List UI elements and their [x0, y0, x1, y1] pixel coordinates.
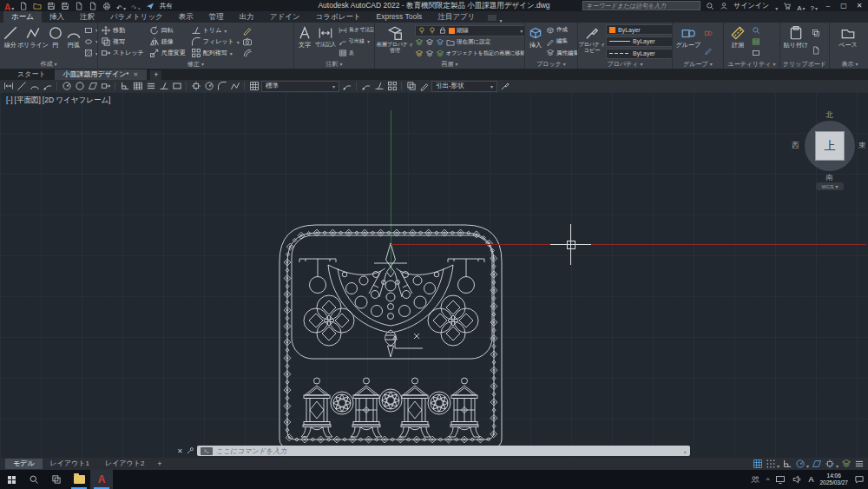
command-customize-wrench-icon[interactable] — [186, 446, 194, 455]
rotate-button[interactable]: 回転 — [149, 25, 186, 36]
viewcube-east-label[interactable]: 東 — [858, 141, 866, 151]
dim-ordinate-icon[interactable] — [42, 81, 53, 91]
signin-label[interactable]: サインイン — [733, 1, 769, 10]
snap-mode-toggle[interactable] — [766, 459, 779, 469]
block-create-button[interactable]: 作成 — [546, 25, 577, 36]
command-close-icon[interactable]: ✕ — [177, 447, 183, 455]
network-icon[interactable] — [775, 474, 786, 485]
search-icon[interactable] — [706, 2, 714, 10]
autocad-taskbar-button[interactable]: A — [90, 470, 113, 489]
match-properties-button[interactable]: プロパティコピー — [581, 24, 603, 59]
share-label[interactable]: 共有 — [160, 2, 173, 10]
block-edit-button[interactable]: 編集 — [546, 36, 577, 47]
command-input[interactable]: ここにコマンドを入力 ▴ — [197, 446, 690, 456]
ribbon-tab-output[interactable]: 出力 — [232, 11, 262, 23]
visual-style-button[interactable]: [2D ワイヤフレーム] — [43, 96, 111, 106]
panel-title-properties[interactable]: プロパティ — [578, 59, 672, 69]
fillet-button[interactable]: フィレット — [191, 36, 240, 47]
dim-angular-icon[interactable] — [87, 81, 98, 91]
layer-dropdown[interactable]: 細線 — [415, 25, 524, 36]
ungroup-button[interactable] — [704, 28, 713, 38]
set-current-layer-button[interactable]: 現在層に設定 — [415, 37, 524, 48]
move-to-layer-button[interactable]: オブジェクトを指定の画層に移動 — [415, 49, 524, 59]
cut-clip-button[interactable] — [812, 45, 820, 56]
redo-button[interactable]: ↷ — [131, 0, 141, 14]
ribbon-tab-collaborate[interactable]: コラボレート — [308, 11, 369, 23]
model-space-canvas[interactable]: [-] [平面図] [2D ワイヤフレーム] — [0, 92, 868, 458]
save-icon[interactable] — [47, 2, 56, 10]
trim-button[interactable]: トリム — [191, 25, 240, 36]
show-hidden-icons-button[interactable]: ^ — [766, 476, 770, 484]
panel-title-layers[interactable]: 画層 — [375, 59, 524, 69]
taskbar-search-button[interactable] — [23, 470, 45, 489]
ribbon-tab-addins[interactable]: アドイン — [262, 11, 308, 23]
dim-space-icon[interactable] — [145, 81, 156, 91]
panel-title-view[interactable]: 表示 — [830, 59, 868, 69]
taskbar-clock[interactable]: 14:06 2025/03/27 — [819, 472, 848, 487]
hanging-ornament-left[interactable] — [299, 259, 336, 294]
circle-button[interactable]: 円 — [48, 24, 63, 59]
dim-continue-icon[interactable] — [132, 81, 143, 91]
workspace-switching-button[interactable] — [841, 459, 852, 469]
linear-dim-button[interactable]: 長さ寸法記入 — [339, 25, 374, 36]
polyline-button[interactable]: ポリライン — [21, 24, 45, 59]
command-prompt-icon[interactable] — [201, 447, 213, 455]
file-tab-drawing[interactable]: 小皿課題用デザイン*✕ — [55, 69, 148, 80]
new-drawing-icon[interactable] — [19, 2, 28, 10]
dim-jog-icon[interactable] — [203, 81, 214, 91]
table-button[interactable]: 表 — [339, 48, 374, 58]
ribbon-display-toggle[interactable] — [488, 13, 502, 23]
dim-baseline-icon[interactable] — [119, 81, 130, 91]
dim-style-dropdown[interactable]: 標準 — [261, 81, 339, 92]
text-button[interactable]: 文字 — [297, 24, 312, 59]
viewport-controls[interactable]: [-] [平面図] [2D ワイヤフレーム] — [6, 96, 110, 106]
minimize-button[interactable]: – — [823, 2, 833, 10]
dim-edit-icon[interactable] — [216, 81, 227, 91]
quick-select-button[interactable] — [752, 25, 760, 36]
group-edit-button[interactable] — [704, 45, 713, 56]
inner-stadium-outline[interactable] — [292, 235, 492, 359]
ortho-mode-toggle[interactable] — [782, 459, 792, 469]
signin-caret-icon[interactable] — [774, 0, 778, 14]
center-mark-icon[interactable] — [190, 81, 201, 91]
new-layout-button[interactable]: + — [152, 459, 167, 468]
offset-button[interactable] — [242, 48, 253, 58]
volume-icon[interactable] — [792, 474, 802, 485]
paste-button[interactable]: 貼り付け — [783, 24, 809, 59]
ribbon-tab-view[interactable]: 表示 — [171, 11, 201, 23]
dim-arc-length-icon[interactable] — [29, 81, 40, 91]
tolerance-icon[interactable] — [171, 81, 182, 91]
viewcube-top-face[interactable]: 上 — [815, 131, 845, 161]
attr-edit-button[interactable]: 属性編集 — [546, 48, 577, 58]
dim-radius-icon[interactable] — [61, 81, 72, 91]
layout2-tab[interactable]: レイアウト2 — [97, 459, 152, 469]
dim-diameter-icon[interactable] — [74, 81, 85, 91]
plate-design-drawing[interactable] — [277, 219, 504, 450]
help-button[interactable]: ? — [811, 0, 818, 14]
lantern-1[interactable] — [301, 378, 332, 437]
clover-motif-right[interactable] — [428, 295, 478, 346]
dim-linear-icon[interactable] — [3, 81, 14, 91]
undo-button[interactable]: ↶ — [116, 0, 126, 14]
mleader-style-icon[interactable] — [418, 81, 430, 91]
quick-calc-button[interactable] — [752, 36, 760, 47]
mleader-add-icon[interactable] — [360, 81, 372, 91]
autocad-logo[interactable]: A — [4, 0, 14, 14]
object-snap-toggle[interactable] — [825, 459, 838, 469]
panel-title-create[interactable]: 作成 — [0, 59, 97, 69]
autodesk-app-button[interactable]: A — [797, 0, 805, 14]
model-tab[interactable]: モデル — [5, 459, 43, 469]
dim-quick-icon[interactable] — [100, 81, 111, 91]
linetype-dropdown[interactable]: ByLayer — [606, 49, 672, 59]
rosette-1[interactable] — [331, 392, 353, 414]
panel-title-utilities[interactable]: ユーティリティ — [724, 59, 779, 69]
ribbon-tab-express-tools[interactable]: Express Tools — [369, 11, 431, 23]
block-insert-button[interactable]: 挿入 — [528, 24, 543, 59]
ellipse-button[interactable] — [84, 36, 97, 47]
ribbon-tab-manage[interactable]: 管理 — [201, 11, 232, 23]
rectangle-button[interactable] — [84, 25, 97, 36]
polar-tracking-toggle[interactable] — [795, 459, 809, 469]
restore-button[interactable]: ▢ — [838, 2, 849, 10]
rosette-3[interactable] — [428, 392, 450, 414]
panel-title-clipboard[interactable]: クリップボード — [780, 59, 829, 69]
